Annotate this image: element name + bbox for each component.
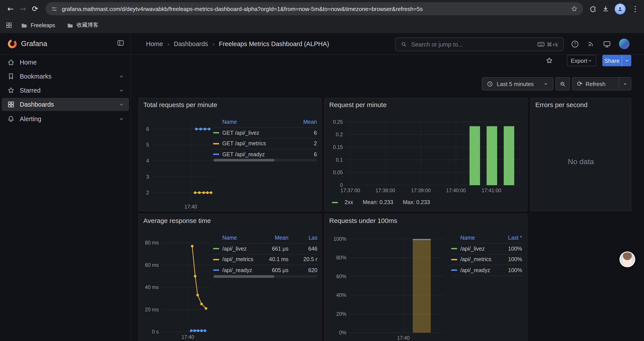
breadcrumb-separator: › <box>212 40 214 47</box>
legend-scrollbar[interactable] <box>213 275 317 278</box>
legend-row[interactable]: /api/_readyz605 µs620 <box>213 265 318 276</box>
zoom-out-button[interactable] <box>556 77 570 90</box>
breadcrumb-home[interactable]: Home <box>146 40 163 47</box>
search-box[interactable]: ⌘+k <box>395 37 564 51</box>
export-button[interactable]: Export <box>567 55 596 66</box>
forward-button[interactable]: → <box>17 3 29 15</box>
sidebar-item-label: Home <box>20 59 124 66</box>
monitor-icon[interactable] <box>603 40 611 48</box>
panel-title[interactable]: Request per minute <box>329 101 387 108</box>
chevron-down-icon[interactable] <box>118 101 124 108</box>
series-value: 6 <box>295 130 317 136</box>
favorite-star-icon[interactable] <box>545 57 553 66</box>
share-button[interactable]: Share <box>602 55 631 66</box>
svg-text:0: 0 <box>340 182 343 188</box>
series-color-dash <box>213 143 219 144</box>
sidebar-item-bookmarks[interactable]: Bookmarks <box>2 70 129 83</box>
panel-request-per-minute[interactable]: Request per minute 0.250.20.150.10.05017… <box>324 98 528 211</box>
downloads-icon[interactable] <box>602 5 609 13</box>
panel-legend: NameMeanLas/api/_livez661 µs646/api/_met… <box>213 233 318 276</box>
apps-grid-icon[interactable] <box>5 22 13 29</box>
series-color-dash <box>213 270 219 271</box>
bookmark-star-icon[interactable] <box>571 5 578 12</box>
series-name: 2xx <box>344 199 353 205</box>
series-color-dash <box>451 248 457 249</box>
panel-title[interactable]: Total requests per minute <box>143 101 217 108</box>
panel-total-requests[interactable]: Total requests per minute 6543217:40 Nam… <box>138 98 321 211</box>
url-bar[interactable]: grafana.mathmast.com/d/deytv4rwavabkb/fr… <box>46 2 583 15</box>
floating-avatar-widget[interactable] <box>620 251 635 267</box>
legend-row[interactable]: /api/_readyz100% <box>451 265 522 276</box>
series-name: /api/_livez <box>222 246 261 252</box>
help-icon[interactable]: ? <box>571 40 579 48</box>
svg-text:0.2: 0.2 <box>336 132 343 137</box>
panel-requests-under-100ms[interactable]: Requests under 100ms 100%80%60%40%20%0%1… <box>324 214 528 341</box>
back-button[interactable]: ← <box>4 3 17 15</box>
sidebar-collapse-button[interactable] <box>116 39 124 48</box>
sidebar-header: Grafana <box>0 33 131 55</box>
folder-icon <box>20 22 28 29</box>
svg-text:17:40: 17:40 <box>182 334 194 340</box>
svg-text:80 ms: 80 ms <box>145 240 159 245</box>
bar-chart[interactable]: 100%80%60%40%20%0%17:40 <box>328 232 448 341</box>
breadcrumb-dashboards[interactable]: Dashboards <box>174 40 208 47</box>
time-range-picker[interactable]: Last 5 minutes <box>482 77 553 90</box>
sidebar-item-starred[interactable]: Starred <box>2 84 129 97</box>
svg-text:3: 3 <box>146 174 149 180</box>
legend-row[interactable]: /api/_metrics100% <box>451 254 522 265</box>
share-menu-chevron[interactable] <box>622 55 631 66</box>
site-settings-icon[interactable] <box>51 6 58 12</box>
panel-title[interactable]: Average response time <box>143 217 211 224</box>
scroll-thumb[interactable] <box>214 275 274 278</box>
scrollbar-thumb[interactable] <box>214 159 274 162</box>
time-series-chart[interactable]: 6543217:40 <box>142 116 218 211</box>
rss-icon[interactable] <box>587 40 595 48</box>
series-name: /api/_readyz <box>460 267 498 273</box>
legend-row[interactable]: GET /api/_metrics2 <box>213 138 317 149</box>
bar-chart[interactable]: 0.250.20.150.10.05017:37:0017:38:0017:39… <box>328 116 526 197</box>
series-color-dash <box>451 259 457 260</box>
refresh-main[interactable]: ⟳ Refresh <box>572 80 618 88</box>
legend-scrollbar[interactable] <box>213 159 317 162</box>
time-series-chart[interactable]: 80 ms60 ms40 ms20 ms0 s17:40 <box>142 232 215 341</box>
url-text[interactable]: grafana.mathmast.com/d/deytv4rwavabkb/fr… <box>62 6 566 12</box>
svg-text:60%: 60% <box>336 274 346 279</box>
series-color-dash <box>213 248 219 249</box>
refresh-interval-chevron[interactable] <box>619 81 631 87</box>
legend-row[interactable]: /api/_livez661 µs646 <box>213 244 318 254</box>
sidebar-item-dashboards[interactable]: Dashboards <box>2 98 129 111</box>
search-input[interactable] <box>410 41 534 48</box>
refresh-button[interactable]: ⟳ Refresh <box>572 77 631 90</box>
browser-menu-icon[interactable]: ⋮ <box>631 3 640 15</box>
legend-row[interactable]: /api/_metrics40.1 ms20.5 r <box>213 254 318 265</box>
legend-row[interactable]: GET /api/_readyz6 <box>213 149 317 160</box>
grafana-logo-icon[interactable] <box>7 39 18 51</box>
search-shortcut: ⌘+k <box>538 41 558 48</box>
panel-title[interactable]: Errors per second <box>535 101 588 108</box>
panel-errors-per-second[interactable]: Errors per second No data <box>530 98 631 211</box>
legend-item[interactable]: 2xx <box>332 199 353 205</box>
svg-text:17:40:00: 17:40:00 <box>446 188 466 193</box>
bookmark-item[interactable]: Freeleaps <box>17 21 58 30</box>
user-avatar[interactable] <box>619 39 630 49</box>
chevron-down-icon[interactable] <box>118 73 124 80</box>
browser-chrome: ← → ⟳ grafana.mathmast.com/d/deytv4rwava… <box>0 0 644 33</box>
svg-text:0.15: 0.15 <box>333 144 343 150</box>
legend-row[interactable]: GET /api/_livez6 <box>213 128 317 138</box>
svg-text:17:38:00: 17:38:00 <box>376 188 395 193</box>
browser-profile-avatar[interactable] <box>615 3 626 14</box>
panel-average-response-time[interactable]: Average response time 80 ms60 ms40 ms20 … <box>138 214 321 341</box>
sidebar-item-home[interactable]: Home <box>2 56 129 69</box>
chevron-down-icon[interactable] <box>118 87 124 94</box>
screen: ← → ⟳ grafana.mathmast.com/d/deytv4rwava… <box>0 0 644 341</box>
series-color-dash <box>332 202 338 203</box>
sidebar-item-alerting[interactable]: Alerting <box>2 112 129 126</box>
zoom-out-icon <box>560 81 566 87</box>
extensions-icon[interactable] <box>589 5 597 13</box>
home-icon <box>7 58 15 66</box>
chevron-down-icon[interactable] <box>118 116 124 122</box>
panel-title[interactable]: Requests under 100ms <box>329 217 397 224</box>
reload-button[interactable]: ⟳ <box>29 3 41 15</box>
bookmark-item[interactable]: 收藏博客 <box>63 20 102 30</box>
legend-row[interactable]: /api/_livez100% <box>451 244 522 254</box>
